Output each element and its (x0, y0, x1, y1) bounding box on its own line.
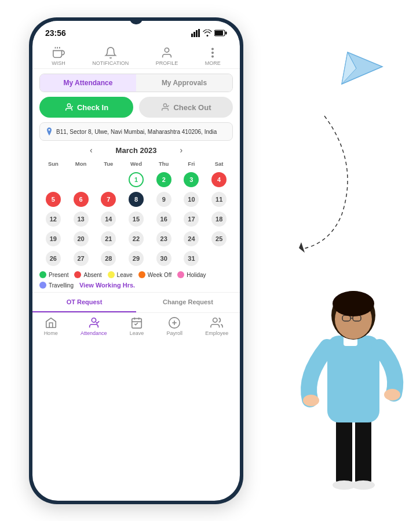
svg-point-45 (213, 318, 217, 322)
cal-cell-29[interactable]: 29 (129, 251, 144, 266)
checkin-button[interactable]: Check In (39, 97, 133, 118)
checkout-icon (160, 103, 170, 112)
holiday-dot (177, 271, 184, 278)
calendar-grid: Sun Mon Tue Wed Thu Fri Sat 1 2 (39, 159, 233, 268)
notification-nav[interactable]: NOTIFICATION (92, 46, 129, 66)
legend: Present Absent Leave Week Off Holiday (39, 271, 233, 289)
cal-cell-empty (46, 172, 61, 187)
bottom-nav-employee[interactable]: Employee (205, 316, 228, 336)
calendar-prev[interactable]: ‹ (90, 145, 93, 155)
day-wed: Wed (122, 159, 150, 168)
cal-cell-3[interactable]: 3 (184, 172, 199, 187)
svg-point-37 (92, 318, 96, 322)
leave-icon (130, 316, 143, 329)
cal-cell-4[interactable]: 4 (211, 172, 227, 187)
phone-mockup: 23:56 (29, 17, 243, 504)
cal-cell-21[interactable]: 21 (101, 231, 116, 246)
legend-travelling: Travelling (39, 282, 74, 289)
svg-point-31 (212, 48, 213, 49)
cal-cell-26[interactable]: 26 (46, 251, 61, 266)
cal-cell-1[interactable]: 1 (129, 172, 144, 187)
cal-cell-27[interactable]: 27 (74, 251, 89, 266)
day-fri: Fri (178, 159, 206, 168)
request-row: OT Request Change Request (32, 292, 240, 312)
location-icon (46, 127, 53, 136)
cal-week-5: 26 27 28 29 30 31 (39, 249, 233, 268)
day-mon: Mon (67, 159, 95, 168)
cal-cell-22[interactable]: 22 (129, 231, 144, 246)
payroll-icon (168, 316, 181, 329)
my-attendance-tab[interactable]: My Attendance (40, 74, 136, 92)
cal-cell-12[interactable]: 12 (46, 212, 61, 227)
bottom-nav-attendance[interactable]: Attendance (81, 316, 107, 336)
svg-point-9 (352, 480, 375, 490)
svg-point-32 (212, 52, 213, 53)
svg-point-19 (333, 291, 374, 316)
view-working-hrs-link[interactable]: View Working Hrs. (79, 282, 135, 289)
cal-cell-8[interactable]: 8 (129, 192, 144, 207)
employee-icon (210, 316, 223, 329)
wifi-icon (203, 30, 212, 37)
cal-cell-18[interactable]: 18 (211, 212, 227, 227)
cal-cell-15[interactable]: 15 (129, 212, 144, 227)
cal-week-1: 1 2 3 4 (39, 170, 233, 189)
cal-cell-17[interactable]: 17 (184, 212, 199, 227)
svg-point-35 (164, 104, 167, 107)
cal-cell-2[interactable]: 2 (156, 172, 171, 187)
calendar: ‹ March 2023 › Sun Mon Tue Wed Thu Fri S… (39, 145, 233, 268)
cal-cell-23[interactable]: 23 (156, 231, 171, 246)
svg-rect-20 (191, 34, 193, 37)
day-thu: Thu (150, 159, 178, 168)
change-request-btn[interactable]: Change Request (136, 293, 240, 312)
wish-nav[interactable]: WISH (52, 46, 65, 66)
profile-nav[interactable]: PROFILE (156, 46, 178, 66)
cal-cell-11[interactable]: 11 (211, 192, 227, 207)
cal-cell-6[interactable]: 6 (74, 192, 89, 207)
legend-absent: Absent (74, 271, 101, 278)
notification-icon (104, 46, 117, 59)
svg-rect-22 (196, 30, 198, 37)
calendar-day-names: Sun Mon Tue Wed Thu Fri Sat (39, 159, 233, 168)
cal-cell-20[interactable]: 20 (74, 231, 89, 246)
cal-cell-7[interactable]: 7 (101, 192, 116, 207)
weekoff-dot (138, 271, 145, 278)
svg-point-12 (384, 389, 400, 400)
cal-week-4: 19 20 21 22 23 24 25 (39, 229, 233, 248)
svg-point-34 (67, 104, 70, 107)
cal-cell-28[interactable]: 28 (101, 251, 116, 266)
cal-cell-14[interactable]: 14 (101, 212, 116, 227)
cal-cell-24[interactable]: 24 (184, 231, 199, 246)
leave-dot (108, 271, 115, 278)
cal-cell-9[interactable]: 9 (156, 192, 171, 207)
checkout-button[interactable]: Check Out (139, 97, 233, 118)
legend-leave: Leave (108, 271, 133, 278)
calendar-next[interactable]: › (180, 145, 182, 155)
cal-cell-10[interactable]: 10 (184, 192, 199, 207)
svg-point-36 (49, 129, 50, 131)
my-approvals-tab[interactable]: My Approvals (136, 74, 232, 92)
cal-cell-5[interactable]: 5 (46, 192, 61, 207)
day-sun: Sun (39, 159, 67, 168)
bottom-nav-payroll[interactable]: Payroll (167, 316, 183, 336)
cal-cell-19[interactable]: 19 (46, 231, 61, 246)
svg-rect-7 (355, 417, 371, 486)
bottom-nav-home[interactable]: Home (44, 316, 58, 336)
cal-cell-31[interactable]: 31 (184, 251, 199, 266)
svg-rect-23 (198, 29, 200, 37)
cal-cell-25[interactable]: 25 (211, 231, 227, 246)
calendar-title: March 2023 (116, 146, 157, 155)
cal-cell-16[interactable]: 16 (156, 212, 171, 227)
more-icon (206, 46, 219, 59)
present-dot (39, 271, 46, 278)
wish-icon (52, 46, 65, 59)
bottom-nav-leave[interactable]: Leave (130, 316, 144, 336)
more-nav[interactable]: MORE (205, 46, 221, 66)
nav-icons-row: WISH NOTIFICATION PROFILE (32, 42, 240, 69)
cal-cell-30[interactable]: 30 (156, 251, 171, 266)
profile-icon (160, 46, 173, 59)
location-text: B11, Sector 8, Ulwe, Navi Mumbai, Mahara… (56, 129, 217, 135)
attendance-tab-bar: My Attendance My Approvals (39, 74, 233, 92)
cal-cell-13[interactable]: 13 (74, 212, 89, 227)
ot-request-btn[interactable]: OT Request (32, 293, 136, 312)
legend-present: Present (39, 271, 68, 278)
